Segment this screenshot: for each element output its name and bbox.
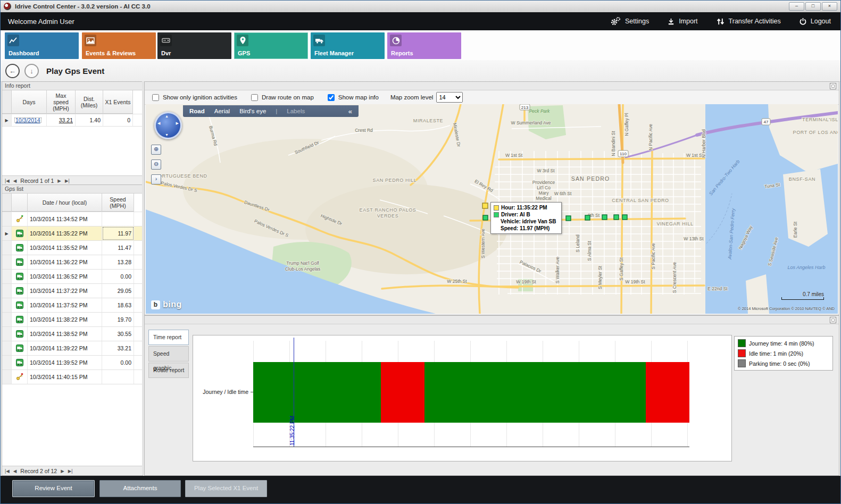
tab-reports[interactable]: Reports	[387, 32, 461, 59]
pager-last-button[interactable]: ▶|	[65, 178, 70, 183]
gps-row[interactable]: 10/3/2014 11:38:52 PM 30.55	[2, 327, 143, 341]
play-selected-x1-event-button[interactable]: Play Selected X1 Event	[185, 480, 267, 497]
attachments-button[interactable]: Attachments	[99, 480, 181, 497]
map-bar-collapse-button[interactable]: «	[348, 107, 352, 115]
gps-row[interactable]: 10/3/2014 11:39:22 PM 33.21	[2, 341, 143, 356]
transfer-activities-button[interactable]: Transfer Activities	[716, 18, 781, 26]
gps-point-marker[interactable]	[566, 216, 571, 221]
pager-first-button[interactable]: |◀	[5, 178, 10, 183]
collapse-panel-button[interactable]	[830, 317, 836, 323]
row-marker-icon: ▶	[5, 231, 8, 236]
import-button[interactable]: Import	[667, 18, 697, 26]
map-label: N Pacific Ave	[648, 124, 653, 150]
gps-row-selected[interactable]: ▶ 10/3/2014 11:35:22 PM 11.97	[2, 226, 143, 241]
vehicle-gps-icon	[12, 284, 28, 298]
close-button[interactable]: ×	[822, 2, 837, 11]
gps-row[interactable]: 10/3/2014 11:36:22 PM 13.28	[2, 255, 143, 270]
gps-row[interactable]: 10/3/2014 11:36:52 PM 0.00	[2, 270, 143, 284]
tab-route-report[interactable]: Route report	[148, 363, 189, 378]
tab-gps[interactable]: GPS	[234, 32, 308, 59]
col-speed[interactable]: Speed (MPH)	[102, 194, 134, 212]
pan-right-button[interactable]: ›	[151, 174, 161, 184]
map-label: Los Angeles Harb	[787, 265, 825, 270]
gps-row[interactable]: 10/3/2014 11:34:52 PM	[2, 212, 143, 226]
zoom-out-button[interactable]: ⊖	[151, 159, 161, 170]
gps-list-pager: |◀ ◀ Record 2 of 12 ▶ ▶|	[2, 466, 143, 475]
map-label: San Pedro	[571, 175, 610, 182]
gps-list-title: Gps list	[2, 185, 143, 194]
gps-point-marker[interactable]	[585, 215, 590, 220]
gps-row[interactable]: 10/3/2014 11:38:22 PM 19.70	[2, 313, 143, 327]
pager-first-button[interactable]: |◀	[5, 468, 10, 474]
tab-dashboard[interactable]: Dashboard	[5, 32, 79, 59]
maximize-button[interactable]: □	[805, 2, 821, 11]
info-report-pager: |◀ ◀ Record 1 of 1 ▶ ▶|	[2, 175, 143, 185]
vehicle-gps-icon	[12, 356, 28, 369]
gps-speed-cell: 11.97	[102, 226, 134, 240]
bing-logo: b bing	[151, 300, 182, 309]
zoom-in-button[interactable]: ⊕	[151, 145, 161, 155]
gps-speed-cell: 18.63	[102, 298, 134, 312]
date-link[interactable]: 10/3/2014	[14, 117, 42, 123]
legend-item: Idle time: 1 min (20%)	[738, 349, 829, 357]
settings-button[interactable]: Settings	[610, 16, 649, 26]
pager-next-button[interactable]: ▶	[57, 178, 61, 183]
collapse-panel-button[interactable]	[830, 83, 836, 89]
map-style-birdseye[interactable]: Bird's eye	[239, 108, 266, 114]
bar-segment-journey	[424, 362, 646, 423]
ignition-filter-checkbox[interactable]	[152, 94, 159, 101]
map-style-aerial[interactable]: Aerial	[214, 108, 230, 114]
col-days[interactable]: Days	[12, 90, 47, 114]
row-marker	[2, 327, 12, 341]
map[interactable]: Miraleste Peck Park Portuguese Bend San …	[146, 104, 838, 314]
settings-label: Settings	[625, 18, 649, 25]
tab-speed-graphic[interactable]: Speed graphic	[148, 346, 189, 362]
app-window: Idrive Control Center - 3.0.2 version - …	[0, 0, 841, 504]
col-max-speed[interactable]: Max speed (MPH)	[47, 90, 76, 114]
map-label: Mary	[539, 190, 549, 196]
map-label: Club-Los Angelas	[285, 266, 321, 272]
row-marker	[2, 313, 12, 326]
gps-datetime-cell: 10/3/2014 11:36:22 PM	[28, 255, 102, 269]
gps-point-marker[interactable]	[602, 215, 607, 220]
pager-prev-button[interactable]: ◀	[13, 178, 17, 183]
chart-cursor[interactable]: 11:35:22 PM	[294, 338, 294, 447]
gps-selected-point-marker[interactable]	[482, 203, 488, 208]
gps-row[interactable]: 10/3/2014 11:35:52 PM 11.47	[2, 241, 143, 255]
tab-dvr[interactable]: Dvr	[157, 32, 231, 59]
info-report-row[interactable]: ▶ 10/3/2014 33.21 1.40 0	[2, 114, 143, 127]
tab-time-report[interactable]: Time report	[148, 330, 189, 345]
down-button[interactable]: ↓	[24, 64, 39, 78]
gps-row[interactable]: 10/3/2014 11:37:52 PM 18.63	[2, 298, 143, 313]
gps-point-marker[interactable]	[614, 215, 619, 220]
pager-prev-button[interactable]: ◀	[13, 468, 17, 474]
col-x1-events[interactable]: X1 Events	[103, 90, 133, 114]
row-marker-icon: ▶	[5, 118, 8, 123]
gps-point-marker[interactable]	[622, 215, 627, 220]
minimize-button[interactable]: –	[789, 2, 804, 11]
col-dist[interactable]: Dist. (Miles)	[76, 90, 103, 114]
gps-row[interactable]: 10/3/2014 11:37:22 PM 29.05	[2, 284, 143, 298]
tab-events-reviews[interactable]: Events & Reviews	[82, 32, 156, 59]
col-datetime[interactable]: Date / hour (local)	[28, 194, 102, 212]
gps-row[interactable]: 10/3/2014 11:39:52 PM 0.00	[2, 356, 143, 370]
show-map-info-checkbox[interactable]	[328, 94, 335, 101]
days-cell[interactable]: 10/3/2014	[12, 114, 47, 126]
map-copyright: © 2014 Microsoft Corporation © 2010 NAVT…	[738, 306, 835, 311]
map-compass[interactable]: ▲ ▼ ◀ ▶	[154, 112, 182, 139]
gps-point-marker[interactable]	[483, 215, 488, 220]
logout-button[interactable]: Logout	[799, 18, 831, 26]
review-event-button[interactable]: Review Event	[12, 480, 95, 497]
tab-fleet-manager[interactable]: Fleet Manager	[311, 32, 385, 59]
pager-text: Record 2 of 12	[20, 468, 57, 474]
map-style-labels[interactable]: Labels	[287, 108, 305, 114]
pager-next-button[interactable]: ▶	[61, 468, 64, 474]
draw-route-checkbox[interactable]	[251, 94, 258, 101]
map-zoom-select[interactable]: 14	[436, 92, 463, 103]
dashboard-chart-icon	[7, 35, 19, 46]
back-button[interactable]: ←	[5, 64, 20, 78]
gps-row[interactable]: 10/3/2014 11:40:15 PM	[2, 370, 143, 384]
pager-last-button[interactable]: ▶|	[68, 468, 73, 474]
tab-label: Dashboard	[9, 50, 39, 56]
map-style-road[interactable]: Road	[189, 108, 205, 114]
